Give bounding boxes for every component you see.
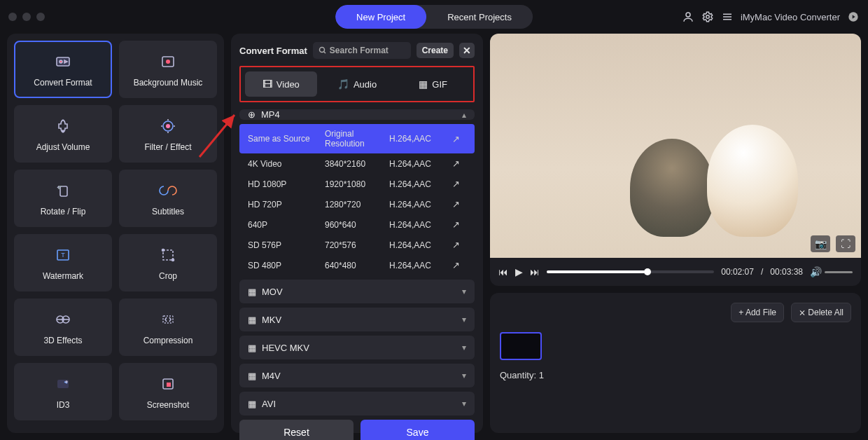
tool-volume[interactable]: Adjust Volume [14,105,112,163]
search-input[interactable]: Search Format [313,42,411,59]
traffic-min[interactable] [22,13,31,21]
settings-icon[interactable] [701,11,714,23]
traffic-max[interactable] [36,13,45,21]
rotate-icon [52,180,74,201]
format-type-tabs: 🎞Video 🎵Audio ▦GIF [239,66,475,102]
project-segmented: New Project Recent Projects [335,5,533,29]
preset-row[interactable]: SD 576P720*576H.264,AAC↗ [239,235,475,255]
progress-bar[interactable] [547,270,714,273]
3d-icon [52,309,74,330]
close-button[interactable]: ✕ [459,43,475,58]
tool-filter[interactable]: Filter / Effect [119,105,217,163]
queue-thumbnail[interactable] [500,332,542,360]
tool-label: Convert Format [34,78,92,88]
tool-label: Rotate / Flip [41,207,86,216]
save-button[interactable]: Save [360,420,475,440]
music-icon [158,51,178,72]
svg-point-0 [686,13,690,17]
prev-button[interactable]: ⏮ [498,266,508,277]
play-button[interactable]: ▶ [515,266,523,277]
convert-panel: Convert Format Search Format Create ✕ 🎞V… [231,34,483,433]
svg-point-13 [166,124,170,128]
screenshot-icon [158,373,178,394]
svg-point-29 [66,381,67,383]
section-label: MOV [262,287,283,297]
tab-new-project[interactable]: New Project [335,5,426,29]
time-sep: / [761,267,763,277]
tool-convert[interactable]: Convert Format [14,41,112,98]
preset-row[interactable]: SD 480P640*480H.264,AAC↗ [239,255,475,275]
preset-codec: H.264,AAC [389,240,452,250]
section-mkv[interactable]: ▦MKV▾ [239,308,475,331]
tool-crop[interactable]: Crop [119,234,217,291]
preset-name: 4K Video [248,159,325,169]
edit-preset-icon[interactable]: ↗ [452,199,466,209]
add-file-button[interactable]: + Add File [731,303,784,322]
volume-slider[interactable] [825,271,853,273]
delete-all-button[interactable]: ⨯ Delete All [791,303,851,322]
svg-point-32 [319,48,324,53]
tool-watermark[interactable]: TWatermark [14,234,112,291]
preview-panel: 📷 ⛶ ⏮ ▶ ⏭ 00:02:07 / 00:03:38 🔊 [490,34,861,286]
section-avi[interactable]: ▦AVI▾ [239,392,475,415]
volume-icon[interactable]: 🔊 [810,266,822,277]
tool-label: Watermark [43,271,83,281]
preset-row[interactable]: Same as SourceOriginal ResolutionH.264,A… [239,124,475,153]
chevron-up-icon: ▴ [462,110,466,120]
tool-rotate[interactable]: Rotate / Flip [14,170,112,227]
volume-icon [52,116,74,137]
preset-row[interactable]: 640P960*640H.264,AAC↗ [239,214,475,235]
svg-rect-31 [167,383,171,387]
traffic-close[interactable] [8,13,17,21]
section-mov[interactable]: ▦MOV▾ [239,280,475,303]
tool-compress[interactable]: Compression [119,298,217,356]
reset-button[interactable]: Reset [239,420,354,440]
right-column: 📷 ⛶ ⏮ ▶ ⏭ 00:02:07 / 00:03:38 🔊 + Ad [490,34,861,433]
section-mp4[interactable]: ⊕ MP4 ▴ [239,109,475,120]
tool-screenshot[interactable]: Screenshot [119,363,217,420]
app-logo-icon [847,11,860,23]
section-label: HEVC MKV [262,343,309,353]
video-content [630,139,714,237]
edit-preset-icon[interactable]: ↗ [452,240,466,250]
titlebar: New Project Recent Projects iMyMac Video… [0,0,868,34]
player-controls: ⏮ ▶ ⏭ 00:02:07 / 00:03:38 🔊 [490,258,861,286]
section-hevc-mkv[interactable]: ▦HEVC MKV▾ [239,336,475,359]
edit-preset-icon[interactable]: ↗ [452,179,466,189]
tool-3d[interactable]: 3D Effects [14,298,112,356]
snapshot-icon[interactable]: 📷 [811,235,830,252]
edit-preset-icon[interactable]: ↗ [452,158,466,169]
tab-audio[interactable]: 🎵Audio [321,71,393,97]
section-m4v[interactable]: ▦M4V▾ [239,364,475,387]
tab-recent-projects[interactable]: Recent Projects [426,5,533,29]
preset-row[interactable]: 4K Video3840*2160H.264,AAC↗ [239,153,475,174]
edit-preset-icon[interactable]: ↗ [452,134,466,144]
next-button[interactable]: ⏭ [530,266,540,277]
preset-name: SD 480P [248,261,325,270]
svg-point-10 [166,60,170,64]
edit-preset-icon[interactable]: ↗ [452,260,466,270]
preset-res: 3840*2160 [325,159,389,169]
tab-video[interactable]: 🎞Video [245,71,317,97]
tool-label: Compression [144,336,193,345]
account-icon[interactable] [682,11,694,23]
tool-label: Crop [159,271,177,281]
menu-icon[interactable] [721,11,734,23]
preset-name: HD 720P [248,200,325,209]
audio-icon: 🎵 [337,78,349,90]
video-area[interactable]: 📷 ⛶ [490,34,861,258]
video-content [707,125,798,237]
fullscreen-icon[interactable]: ⛶ [836,235,855,252]
edit-preset-icon[interactable]: ↗ [452,219,466,230]
svg-point-22 [162,249,164,252]
tab-gif[interactable]: ▦GIF [397,71,469,97]
svg-point-23 [172,259,174,261]
preset-row[interactable]: HD 720P1280*720H.264,AAC↗ [239,194,475,214]
section-label: MKV [262,315,281,325]
create-button[interactable]: Create [416,43,454,58]
tool-subtitles[interactable]: Subtitles [119,170,217,227]
tool-music[interactable]: Background Music [119,41,217,98]
preset-row[interactable]: HD 1080P1920*1080H.264,AAC↗ [239,174,475,194]
tool-id3[interactable]: ID3 [14,363,112,420]
format-icon: ▦ [248,371,256,381]
